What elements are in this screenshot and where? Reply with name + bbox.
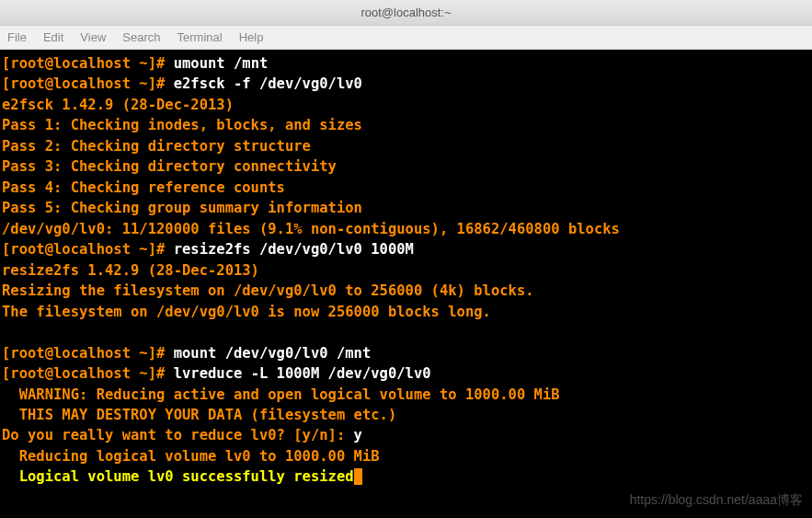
output-line: Reducing logical volume lv0 to 1000.00 M… (2, 448, 380, 465)
shell-prompt: [root@localhost ~]# (2, 75, 174, 92)
output-line: Logical volume lv0 successfully resized (2, 468, 354, 485)
command-text: e2fsck -f /dev/vg0/lv0 (174, 75, 362, 92)
terminal-area[interactable]: [root@localhost ~]# umount /mnt [root@lo… (0, 50, 812, 518)
window-titlebar: root@localhost:~ (0, 0, 812, 26)
shell-prompt: [root@localhost ~]# (2, 55, 174, 72)
output-line: Pass 4: Checking reference counts (2, 179, 285, 196)
shell-prompt: [root@localhost ~]# (2, 241, 174, 258)
output-line: THIS MAY DESTROY YOUR DATA (filesystem e… (2, 407, 396, 423)
output-line: Pass 5: Checking group summary informati… (2, 200, 362, 216)
output-line: e2fsck 1.42.9 (28-Dec-2013) (2, 97, 234, 113)
menu-search[interactable]: Search (122, 30, 160, 44)
output-line: WARNING: Reducing active and open logica… (2, 386, 560, 403)
window-title: root@localhost:~ (360, 6, 451, 19)
output-line: resize2fs 1.42.9 (28-Dec-2013) (2, 262, 259, 279)
output-line: Resizing the filesystem on /dev/vg0/lv0 … (2, 282, 534, 299)
menu-file[interactable]: File (7, 30, 27, 44)
command-text: umount /mnt (174, 55, 269, 72)
menu-help[interactable]: Help (239, 30, 264, 44)
shell-prompt: [root@localhost ~]# (2, 365, 174, 382)
output-line: /dev/vg0/lv0: 11/120000 files (9.1% non-… (2, 221, 620, 237)
output-line: Pass 1: Checking inodes, blocks, and siz… (2, 117, 362, 133)
command-text: lvreduce -L 1000M /dev/vg0/lv0 (174, 365, 431, 382)
cursor-block (354, 468, 362, 485)
command-text: resize2fs /dev/vg0/lv0 1000M (174, 241, 414, 258)
menubar: File Edit View Search Terminal Help (0, 26, 812, 50)
output-line: Pass 2: Checking directory structure (2, 138, 311, 155)
output-line: The filesystem on /dev/vg0/lv0 is now 25… (2, 304, 491, 320)
command-text: mount /dev/vg0/lv0 /mnt (174, 345, 372, 362)
menu-terminal[interactable]: Terminal (177, 30, 223, 44)
user-input: y (354, 427, 362, 443)
menu-view[interactable]: View (80, 30, 106, 44)
shell-prompt: [root@localhost ~]# (2, 345, 174, 362)
output-line: Pass 3: Checking directory connectivity (2, 158, 337, 175)
menu-edit[interactable]: Edit (43, 30, 63, 44)
output-prompt: Do you really want to reduce lv0? [y/n]: (2, 427, 354, 443)
